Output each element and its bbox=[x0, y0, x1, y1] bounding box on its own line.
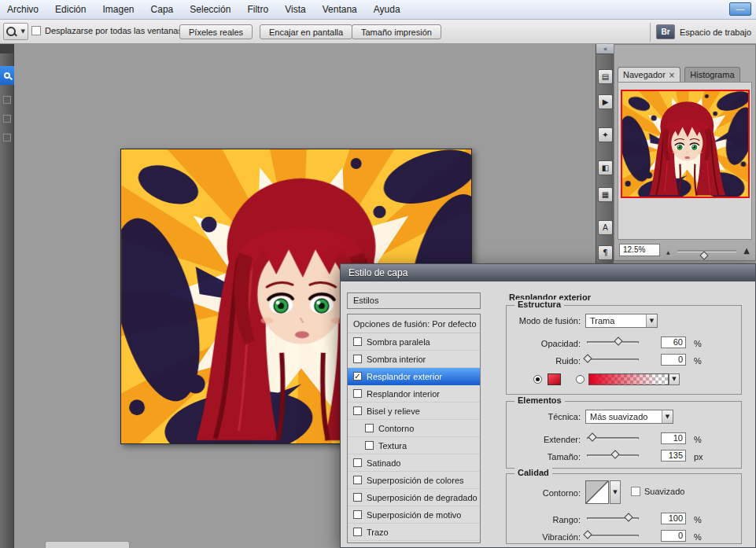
tool-button[interactable] bbox=[3, 96, 11, 104]
minimize-button[interactable]: — bbox=[729, 2, 751, 16]
menu-filtro[interactable]: Filtro bbox=[240, 0, 275, 20]
style-checkbox[interactable] bbox=[365, 441, 374, 450]
gradient-picker-arrow-icon[interactable]: ▼ bbox=[669, 373, 680, 385]
technique-select[interactable]: Más suavizado ▼ bbox=[585, 410, 673, 424]
style-item-bisel-relieve[interactable]: Bisel y relieve bbox=[348, 403, 480, 420]
fit-on-screen-button[interactable]: Encajar en pantalla bbox=[260, 24, 352, 39]
slider-handle[interactable] bbox=[614, 337, 622, 345]
actual-pixels-button[interactable]: Píxeles reales bbox=[179, 24, 253, 39]
slider-handle[interactable] bbox=[584, 354, 592, 362]
glow-gradient-preview[interactable] bbox=[588, 373, 669, 385]
glow-color-swatch[interactable] bbox=[548, 373, 561, 385]
tab-histograma[interactable]: Histograma bbox=[684, 67, 739, 82]
opacity-value-field[interactable]: 60 bbox=[661, 337, 686, 348]
size-value-field[interactable]: 135 bbox=[661, 450, 686, 462]
style-item-trazo[interactable]: Trazo bbox=[348, 524, 480, 541]
layer-comps-icon[interactable]: ▦ bbox=[598, 187, 613, 202]
contour-thumbnail[interactable] bbox=[585, 480, 609, 504]
menu-ayuda[interactable]: Ayuda bbox=[367, 0, 408, 20]
chevron-down-icon[interactable]: ▼ bbox=[646, 314, 657, 327]
styles-header[interactable]: Estilos bbox=[347, 292, 481, 309]
menu-ventana[interactable]: Ventana bbox=[315, 0, 364, 20]
style-checkbox[interactable] bbox=[353, 337, 362, 346]
glow-gradient-radio[interactable] bbox=[576, 375, 585, 384]
scroll-all-windows-option[interactable]: Desplazarse por todas las ventanas bbox=[31, 26, 183, 35]
zoom-slider-handle[interactable] bbox=[699, 251, 708, 259]
jitter-value-field[interactable]: 0 bbox=[661, 530, 686, 542]
dialog-title-bar[interactable]: Estilo de capa bbox=[341, 264, 755, 281]
noise-slider[interactable] bbox=[587, 355, 639, 365]
menu-seleccion[interactable]: Selección bbox=[183, 0, 238, 20]
close-tab-icon[interactable]: × bbox=[669, 71, 675, 79]
menu-imagen[interactable]: Imagen bbox=[96, 0, 142, 20]
scroll-all-windows-checkbox[interactable] bbox=[31, 26, 41, 35]
slider-handle[interactable] bbox=[588, 432, 596, 441]
style-checkbox[interactable] bbox=[353, 406, 362, 415]
bridge-icon[interactable]: Br bbox=[656, 24, 675, 39]
zoom-out-icon[interactable]: ▲ bbox=[666, 249, 670, 255]
contour-picker-arrow-icon[interactable]: ▼ bbox=[610, 480, 621, 504]
menu-archivo[interactable]: Archivo bbox=[0, 0, 46, 20]
style-checkbox[interactable] bbox=[353, 458, 362, 467]
style-checkbox[interactable] bbox=[353, 355, 362, 363]
menu-edicion[interactable]: Edición bbox=[48, 0, 93, 20]
paragraph-panel-icon[interactable]: ¶ bbox=[598, 245, 613, 260]
antialias-option[interactable]: Suavizado bbox=[631, 487, 684, 496]
noise-value-field[interactable]: 0 bbox=[661, 354, 686, 366]
style-item-superposicion-motivo[interactable]: Superposición de motivo bbox=[348, 506, 480, 524]
slider-track[interactable] bbox=[587, 341, 639, 344]
menu-vista[interactable]: Vista bbox=[278, 0, 312, 20]
style-checkbox[interactable] bbox=[353, 389, 362, 398]
style-checkbox-checked[interactable]: ✓ bbox=[353, 372, 362, 381]
blend-mode-select[interactable]: Trama ▼ bbox=[585, 314, 658, 328]
size-slider[interactable] bbox=[587, 451, 639, 461]
blending-options-item[interactable]: Opciones de fusión: Por defecto bbox=[348, 314, 480, 333]
slider-track[interactable] bbox=[587, 535, 639, 537]
style-item-resplandor-exterior[interactable]: ✓ Resplandor exterior bbox=[348, 368, 480, 385]
spread-value-field[interactable]: 10 bbox=[661, 432, 686, 444]
style-item-superposicion-colores[interactable]: Superposición de colores bbox=[348, 472, 480, 489]
style-item-textura[interactable]: Textura bbox=[348, 437, 480, 454]
style-checkbox[interactable] bbox=[365, 424, 374, 432]
active-tool-zoom[interactable] bbox=[0, 66, 14, 85]
tool-button[interactable] bbox=[3, 115, 11, 123]
character-panel-icon[interactable]: A bbox=[598, 220, 613, 235]
slider-handle[interactable] bbox=[584, 530, 592, 539]
panels-icon[interactable]: ▤ bbox=[598, 69, 613, 84]
range-slider[interactable] bbox=[587, 513, 639, 524]
zoom-slider[interactable] bbox=[677, 250, 736, 252]
style-item-sombra-interior[interactable]: Sombra interior bbox=[348, 351, 480, 368]
spread-slider[interactable] bbox=[587, 433, 639, 443]
opacity-slider[interactable] bbox=[587, 337, 639, 348]
style-checkbox[interactable] bbox=[353, 528, 362, 536]
tools-panel-header[interactable] bbox=[0, 44, 13, 53]
navigator-view-box[interactable] bbox=[621, 90, 750, 198]
style-item-satinado[interactable]: Satinado bbox=[348, 454, 480, 472]
print-size-button[interactable]: Tamaño impresión bbox=[352, 24, 441, 39]
style-checkbox[interactable] bbox=[353, 476, 362, 484]
style-checkbox[interactable] bbox=[353, 493, 362, 502]
jitter-slider[interactable] bbox=[587, 531, 639, 541]
collapse-panels-icon[interactable]: « bbox=[596, 44, 614, 54]
style-checkbox[interactable] bbox=[353, 510, 362, 519]
style-item-contorno[interactable]: Contorno bbox=[348, 420, 480, 437]
chevron-down-icon[interactable]: ▼ bbox=[662, 410, 673, 423]
antialias-checkbox[interactable] bbox=[631, 487, 640, 496]
slider-handle[interactable] bbox=[610, 450, 619, 458]
tab-navegador[interactable]: Navegador× bbox=[618, 67, 680, 82]
style-item-superposicion-degradado[interactable]: Superposición de degradado bbox=[348, 489, 480, 506]
range-value-field[interactable]: 100 bbox=[661, 513, 686, 524]
style-item-sombra-paralela[interactable]: Sombra paralela bbox=[348, 333, 480, 351]
tool-button[interactable] bbox=[3, 134, 11, 142]
slider-handle[interactable] bbox=[624, 513, 632, 521]
style-item-resplandor-interior[interactable]: Resplandor interior bbox=[348, 385, 480, 403]
actions-panel-icon[interactable]: ▶ bbox=[598, 94, 613, 109]
tool-presets-icon[interactable]: ✦ bbox=[598, 127, 613, 142]
workspace-label[interactable]: Espacio de trabajo bbox=[680, 28, 751, 37]
tool-preset-dropdown[interactable]: ▼ bbox=[3, 23, 28, 40]
brushes-panel-icon[interactable]: ◧ bbox=[598, 160, 613, 175]
zoom-in-icon[interactable]: ▲ bbox=[743, 246, 750, 255]
zoom-value-field[interactable]: 12.5% bbox=[619, 244, 660, 256]
glow-color-radio[interactable] bbox=[533, 375, 542, 384]
menu-capa[interactable]: Capa bbox=[144, 0, 181, 20]
